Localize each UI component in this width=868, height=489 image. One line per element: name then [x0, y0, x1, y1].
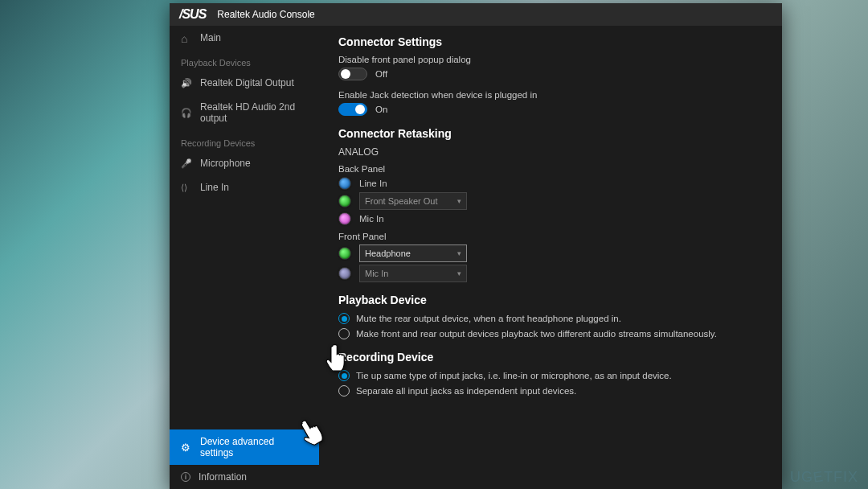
jack-row-mic-in: Mic In	[338, 212, 763, 225]
sidebar-item-digital-output[interactable]: Realtek Digital Output	[170, 71, 319, 95]
radio-icon	[338, 385, 350, 397]
jack-label: Line In	[359, 179, 387, 188]
sidebar-section-playback: Playback Devices	[170, 50, 319, 71]
setting-label: Disable front panel popup dialog	[338, 55, 763, 64]
jack-green-icon	[338, 247, 351, 260]
sidebar: Main Playback Devices Realtek Digital Ou…	[170, 26, 319, 489]
jack-row-headphone: Headphone ▾	[338, 244, 763, 262]
setting-label: Enable Jack detection when device is plu…	[338, 90, 763, 100]
radio-row-recording-2[interactable]: Separate all input jacks as independent …	[338, 385, 763, 397]
sidebar-item-label: Realtek HD Audio 2nd output	[200, 101, 308, 124]
jack-purple-icon	[338, 267, 351, 280]
sidebar-item-label: Main	[200, 32, 221, 43]
jack-pink-icon	[338, 212, 351, 225]
sidebar-item-information[interactable]: Information	[170, 465, 319, 489]
heading-connector-settings: Connector Settings	[338, 35, 763, 48]
dropdown-headphone[interactable]: Headphone ▾	[359, 244, 467, 262]
sidebar-section-recording: Recording Devices	[170, 130, 319, 151]
radio-selected-icon	[338, 370, 350, 381]
chevron-down-icon: ▾	[457, 269, 461, 277]
dropdown-value: Mic In	[365, 269, 388, 278]
microphone-icon	[181, 158, 192, 169]
sidebar-spacer	[170, 199, 319, 429]
brand-logo: /SUS	[179, 7, 206, 22]
sidebar-item-label: Information	[199, 471, 247, 483]
jack-row-mic-in-front: Mic In ▾	[338, 265, 763, 282]
radio-row-playback-1[interactable]: Mute the rear output device, when a fron…	[338, 313, 763, 324]
dropdown-front-speaker[interactable]: Front Speaker Out ▾	[359, 192, 467, 210]
sidebar-item-main[interactable]: Main	[170, 26, 319, 50]
radio-label: Make front and rear output devices playb…	[356, 329, 717, 339]
home-icon	[181, 32, 192, 43]
info-icon	[181, 472, 190, 482]
radio-label: Tie up same type of input jacks, i.e. li…	[356, 371, 672, 380]
toggle-state: On	[375, 105, 387, 114]
jack-blue-icon	[338, 177, 351, 190]
heading-connector-retasking: Connector Retasking	[338, 127, 763, 140]
radio-selected-icon	[338, 313, 350, 324]
jack-green-icon	[338, 195, 351, 208]
setting-disable-popup: Disable front panel popup dialog Off	[338, 55, 763, 80]
headphone-icon	[181, 107, 192, 118]
jack-row-front-speaker: Front Speaker Out ▾	[338, 192, 763, 210]
toggle-disable-popup[interactable]	[338, 68, 367, 80]
jack-label: Mic In	[359, 214, 384, 224]
label-analog: ANALOG	[338, 146, 763, 158]
app-title: Realtek Audio Console	[217, 9, 314, 20]
label-back-panel: Back Panel	[338, 164, 763, 174]
watermark: UGETFIX	[790, 469, 858, 486]
heading-recording-device: Recording Device	[338, 351, 763, 364]
setting-jack-detection: Enable Jack detection when device is plu…	[338, 90, 763, 116]
radio-row-recording-1[interactable]: Tie up same type of input jacks, i.e. li…	[338, 370, 763, 381]
main-panel: Connector Settings Disable front panel p…	[319, 26, 782, 489]
line-in-icon	[181, 182, 192, 193]
titlebar: /SUS Realtek Audio Console	[170, 3, 782, 26]
chevron-down-icon: ▾	[457, 197, 461, 205]
sidebar-item-microphone[interactable]: Microphone	[170, 151, 319, 175]
radio-icon	[338, 328, 350, 339]
gear-icon	[181, 442, 192, 453]
sidebar-item-advanced-settings[interactable]: Device advanced settings	[170, 429, 319, 465]
dropdown-value: Headphone	[365, 249, 411, 258]
sidebar-item-hd-audio[interactable]: Realtek HD Audio 2nd output	[170, 95, 319, 130]
sidebar-item-label: Microphone	[200, 158, 251, 169]
speaker-icon	[181, 77, 192, 88]
sidebar-item-label: Device advanced settings	[200, 436, 308, 458]
heading-playback-device: Playback Device	[338, 294, 763, 306]
radio-label: Separate all input jacks as independent …	[356, 386, 576, 396]
sidebar-item-label: Line In	[200, 182, 229, 193]
sidebar-item-label: Realtek Digital Output	[200, 77, 294, 88]
radio-label: Mute the rear output device, when a fron…	[356, 314, 621, 323]
toggle-jack-detection[interactable]	[338, 103, 367, 116]
dropdown-value: Front Speaker Out	[365, 196, 438, 206]
sidebar-item-line-in[interactable]: Line In	[170, 175, 319, 199]
chevron-down-icon: ▾	[457, 249, 461, 257]
app-window: /SUS Realtek Audio Console Main Playback…	[170, 3, 782, 489]
radio-row-playback-2[interactable]: Make front and rear output devices playb…	[338, 328, 763, 339]
jack-row-line-in: Line In	[338, 177, 763, 190]
dropdown-mic-in[interactable]: Mic In ▾	[359, 265, 467, 282]
label-front-panel: Front Panel	[338, 232, 763, 241]
content-area: Main Playback Devices Realtek Digital Ou…	[170, 26, 782, 489]
toggle-state: Off	[375, 69, 387, 79]
